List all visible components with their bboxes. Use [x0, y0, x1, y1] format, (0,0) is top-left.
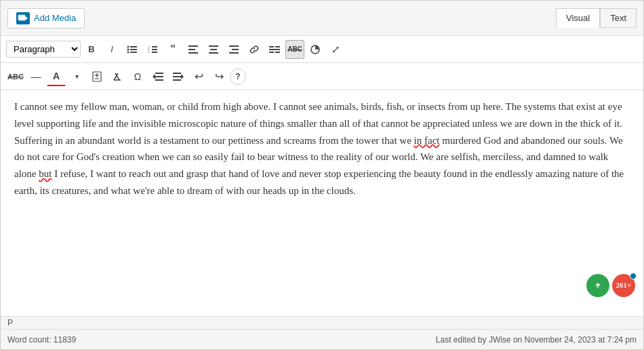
svg-rect-38 [173, 73, 181, 74]
svg-rect-20 [229, 45, 239, 47]
last-edited: Last edited by JWise on November 24, 202… [436, 335, 637, 345]
help-button[interactable]: ? [230, 69, 246, 85]
badge-count: 261+ [616, 279, 632, 292]
svg-rect-19 [209, 52, 218, 54]
svg-text:3.: 3. [148, 50, 150, 54]
svg-rect-3 [130, 46, 137, 47]
red-badge[interactable]: 261+ [612, 274, 635, 297]
toolbar-row1: Paragraph Heading 1 Heading 2 Heading 3 … [1, 36, 643, 63]
svg-rect-13 [152, 52, 157, 53]
svg-rect-15 [188, 49, 195, 50]
svg-rect-5 [130, 49, 137, 50]
clear-formatting-button[interactable] [108, 67, 127, 86]
redo-button[interactable]: ↪ [209, 67, 228, 86]
status-bar: Word count: 11839 Last edited by JWise o… [1, 329, 643, 349]
chart-button[interactable] [306, 40, 325, 59]
italic-button[interactable]: I [102, 40, 121, 59]
svg-marker-41 [181, 74, 184, 79]
unordered-list-button[interactable] [123, 40, 142, 59]
add-media-button[interactable]: Add Media [7, 8, 85, 28]
align-left-button[interactable] [184, 40, 203, 59]
text-color-button[interactable]: A [47, 67, 66, 86]
custom-char-button[interactable] [87, 67, 106, 86]
svg-rect-7 [130, 52, 137, 53]
special-char-button[interactable]: Ω [128, 67, 147, 86]
fullscreen-button[interactable]: ⤢ [326, 40, 345, 59]
svg-rect-23 [269, 49, 280, 50]
green-badge[interactable] [586, 274, 609, 297]
align-right-button[interactable] [224, 40, 243, 59]
content-area[interactable]: I cannot see my fellow man, woman, or ch… [1, 90, 643, 316]
svg-rect-0 [18, 15, 25, 20]
svg-marker-1 [25, 16, 28, 20]
indent-decrease-button[interactable] [148, 67, 167, 86]
notif-dot [630, 273, 637, 279]
blockquote-button[interactable]: " [163, 40, 182, 59]
content-text: I cannot see my fellow man, woman, or ch… [14, 98, 630, 199]
tab-text[interactable]: Text [600, 8, 637, 28]
color-dropdown-button[interactable]: ▾ [67, 67, 86, 86]
undo-button[interactable]: ↩ [189, 67, 208, 86]
more-tag-button[interactable] [265, 40, 284, 59]
ordered-list-button[interactable]: 1. 2. 3. [143, 40, 162, 59]
svg-rect-26 [269, 52, 274, 53]
media-icon [16, 12, 30, 24]
svg-rect-22 [229, 52, 239, 54]
svg-rect-34 [155, 73, 163, 74]
word-count: Word count: 11839 [7, 335, 76, 345]
spell-error-2: but [39, 168, 52, 179]
top-bar: Add Media Visual Text [1, 1, 643, 36]
svg-rect-36 [155, 79, 163, 81]
svg-rect-18 [210, 49, 217, 50]
horizontal-rule-button[interactable]: — [26, 67, 45, 86]
svg-rect-14 [188, 45, 198, 47]
svg-marker-37 [153, 74, 155, 79]
svg-point-2 [127, 45, 129, 47]
svg-rect-27 [275, 52, 280, 53]
svg-point-4 [127, 48, 129, 50]
svg-point-6 [127, 51, 129, 53]
p-indicator: P [1, 316, 643, 329]
toolbar-row2: ABC — A ▾ Ω [1, 63, 643, 90]
svg-rect-11 [152, 49, 157, 50]
link-button[interactable] [245, 40, 264, 59]
visual-text-tabs: Visual Text [556, 8, 637, 28]
svg-rect-35 [155, 76, 163, 77]
svg-rect-25 [275, 46, 280, 47]
svg-rect-40 [173, 79, 181, 81]
align-center-button[interactable] [204, 40, 223, 59]
editor-container: Add Media Visual Text Paragraph Heading … [0, 0, 644, 350]
floating-badges: 261+ [586, 274, 635, 297]
svg-rect-17 [209, 45, 218, 47]
svg-rect-9 [152, 46, 157, 47]
svg-rect-16 [188, 52, 198, 54]
spell-error-1: in fact [414, 135, 440, 146]
add-media-label: Add Media [34, 13, 76, 23]
spellcheck-button[interactable]: ABC [285, 40, 304, 59]
svg-rect-39 [173, 76, 181, 77]
paragraph-select[interactable]: Paragraph Heading 1 Heading 2 Heading 3 … [6, 41, 81, 58]
bold-button[interactable]: B [82, 40, 101, 59]
indent-increase-button[interactable] [169, 67, 188, 86]
tab-visual[interactable]: Visual [556, 8, 600, 28]
svg-rect-24 [269, 46, 274, 47]
svg-rect-21 [232, 49, 239, 50]
strikethrough-button[interactable]: ABC [6, 67, 25, 86]
